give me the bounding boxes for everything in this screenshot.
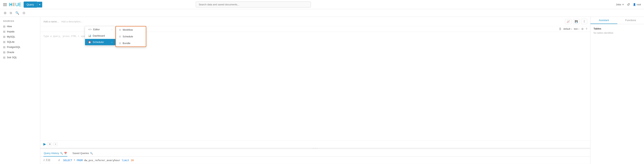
chart-action-button[interactable]: 📈	[565, 19, 572, 24]
editor-header: Add a name... Add a description... 📈 💾 ⋮	[40, 17, 590, 26]
sidebar-item-hive[interactable]: ▤ Hive	[0, 24, 40, 29]
submenu-workflow-label: Workflow	[122, 28, 133, 31]
search-tab-icon[interactable]: 🔍	[60, 152, 63, 155]
query-sql-text: SELECT * FROM dw_pvs_referer_everyhour l…	[63, 159, 134, 162]
toolbar-icons: ⊞ ⧉ 🔍 ⊟	[3, 10, 26, 15]
sidebar-item-oracle[interactable]: ▤ Oracle	[0, 50, 40, 55]
editor-actions: 📈 💾 ⋮	[565, 19, 587, 24]
help-icon[interactable]: ?	[586, 27, 587, 30]
more-actions-button[interactable]: ⋮	[581, 19, 587, 24]
query-dropdown-menu: </> Editor › 📊 Dashboard ⏰ Scheduler ›	[85, 26, 116, 45]
database-selector[interactable]: default ▾	[564, 28, 572, 30]
sidebar-item-mysql[interactable]: ▤ MySQL	[0, 34, 40, 39]
tab-query-history[interactable]: Query History 🔍 📅	[43, 151, 67, 157]
dropdown-item-editor[interactable]: </> Editor ›	[85, 26, 115, 32]
sidebar-item-solrsql[interactable]: ▤ Solr SQL	[0, 55, 40, 60]
sidebar: Sources ▤ Hive ▤ Impala ▤ MySQL ▤ SQLite…	[0, 17, 40, 164]
dropdown-item-scheduler[interactable]: ⏰ Scheduler ›	[85, 39, 115, 45]
scheduler-submenu: ⊙ Workflow ⊙ Schedule ⊙ Bundle	[116, 26, 146, 47]
submenu-item-bundle[interactable]: ⊙ Bundle	[116, 40, 146, 47]
sidebar-item-sqlite[interactable]: ▤ SQLite	[0, 39, 40, 44]
topnav: H⁞UE Query ▾ Jobs ≡ ↺ 👤 root	[0, 0, 644, 9]
query-dropdown-button[interactable]: ▾	[37, 2, 42, 7]
editor-controls: ▶ ⊞ ≡	[40, 141, 590, 148]
table-icon: ▤	[3, 25, 5, 28]
jobs-button[interactable]: Jobs ≡	[616, 3, 624, 6]
right-tab-functions[interactable]: Functions	[617, 17, 644, 24]
explain-button[interactable]: ≡	[54, 142, 58, 146]
table-icon: ▤	[3, 40, 5, 43]
table-icon: ▤	[3, 46, 5, 48]
copy-icon[interactable]: ⧉	[9, 10, 13, 15]
chevron-right-icon: ›	[112, 41, 112, 43]
dropdown-scheduler-label: Scheduler	[93, 41, 104, 43]
sidebar-item-impala[interactable]: ▤ Impala	[0, 29, 40, 34]
sidebar-item-label: Hive	[7, 25, 12, 28]
right-panel-body: Tables No tables identified.	[590, 24, 644, 37]
calendar-tab-icon[interactable]: 📅	[64, 152, 67, 155]
secondary-toolbar: ⊞ ⧉ 🔍 ⊟	[0, 9, 644, 17]
sidebar-item-label: Oracle	[7, 51, 14, 54]
schedule-icon: ⊙	[119, 35, 121, 38]
sidebar-item-label: Impala	[7, 30, 14, 33]
search-saved-icon[interactable]: 🔍	[90, 152, 93, 155]
type-selector[interactable]: text ▾	[574, 28, 579, 30]
search-input[interactable]	[196, 1, 311, 7]
run-query-button[interactable]: ▶	[43, 142, 46, 146]
editor-and-panels: </> Editor › 📊 Dashboard ⏰ Scheduler › ⊙…	[40, 17, 644, 164]
caret-down-icon: ▾	[571, 28, 572, 30]
database-icon: 🗄	[559, 28, 562, 30]
table-icon: ▤	[3, 35, 5, 38]
tab-saved-queries[interactable]: Saved Queries 🔍	[72, 151, 93, 157]
main-layout: Sources ▤ Hive ▤ Impala ▤ MySQL ▤ SQLite…	[0, 17, 644, 164]
submenu-item-workflow[interactable]: ⊙ Workflow	[116, 26, 146, 33]
user-button[interactable]: 👤 root	[633, 3, 641, 6]
topnav-right: Jobs ≡ ↺ 👤 root	[616, 2, 641, 7]
history-icon[interactable]: ↺	[627, 2, 630, 7]
tabs-header: Query History 🔍 📅 Saved Queries 🔍	[40, 149, 590, 157]
sources-section-title: Sources	[0, 19, 40, 24]
dropdown-item-dashboard[interactable]: 📊 Dashboard	[85, 32, 115, 39]
search-bar	[196, 1, 311, 7]
query-button-group: Query ▾	[24, 1, 42, 8]
query-history-row: 2 天前 ↺ SELECT * FROM dw_pvs_referer_ever…	[40, 157, 590, 164]
user-label: root	[637, 3, 641, 6]
layers-icon[interactable]: ⊞	[3, 10, 7, 15]
sql-limit-value: 20	[131, 159, 134, 162]
reload-icon[interactable]: ↺	[58, 159, 60, 162]
table-icon: ▤	[3, 56, 5, 59]
submenu-schedule-label: Schedule	[122, 35, 133, 38]
save-action-button[interactable]: 💾	[573, 19, 580, 24]
dropdown-editor-label: Editor	[93, 28, 100, 31]
type-label: text	[574, 28, 578, 30]
sql-star: *	[74, 159, 77, 162]
hamburger-menu-button[interactable]	[3, 3, 7, 6]
scheduler-icon: ⏰	[88, 41, 91, 43]
right-tab-assistant[interactable]: Assistant	[590, 17, 617, 24]
sql-select-keyword: SELECT	[63, 159, 72, 162]
no-tables-text: No tables identified.	[594, 32, 641, 34]
query-main-button[interactable]: Query	[24, 1, 37, 8]
chart-icon: 📈	[567, 20, 570, 23]
saved-queries-label: Saved Queries	[72, 152, 89, 155]
format-button[interactable]: ⊞	[48, 142, 52, 146]
tables-section-title: Tables	[594, 27, 641, 30]
code-editor[interactable]: Type a query, press CTRL + space	[40, 32, 590, 141]
code-hint-text: Type a query, press CTRL + space	[43, 35, 88, 38]
submenu-item-schedule[interactable]: ⊙ Schedule	[116, 33, 146, 40]
grid-icon[interactable]: ⊟	[22, 10, 26, 15]
jobs-icon: ≡	[622, 3, 624, 6]
chevron-right-icon: ›	[112, 28, 112, 31]
editor-name-input[interactable]: Add a name...	[43, 20, 59, 23]
sql-from-keyword: FROM	[76, 159, 82, 162]
query-time: 2 天前	[43, 159, 55, 162]
topnav-left: H⁞UE Query ▾	[3, 1, 42, 8]
settings-icon[interactable]: ⚙	[581, 27, 584, 30]
sidebar-item-label: Solr SQL	[7, 56, 17, 59]
sidebar-item-postgresql[interactable]: ▤ PostgreSQL	[0, 44, 40, 50]
editor-desc-input[interactable]: Add a description...	[61, 20, 82, 23]
submenu-bundle-label: Bundle	[122, 42, 130, 45]
editor-code-icon: </>	[88, 28, 92, 31]
dashboard-icon: 📊	[88, 34, 91, 37]
search-icon[interactable]: 🔍	[14, 10, 20, 15]
